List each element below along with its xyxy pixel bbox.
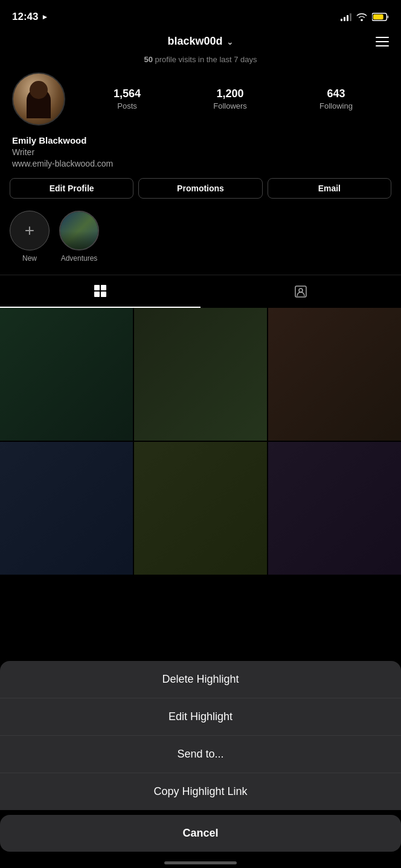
- new-highlight-circle: +: [10, 211, 50, 251]
- sheet-main-options: Delete Highlight Edit Highlight Send to.…: [0, 661, 401, 810]
- person-icon: [294, 284, 308, 299]
- highlights-row: + New Adventures: [0, 211, 401, 275]
- edit-highlight-text: Edit Highlight: [168, 710, 233, 723]
- cancel-item[interactable]: Cancel: [0, 815, 401, 852]
- following-label: Following: [319, 101, 353, 110]
- copy-link-text: Copy Highlight Link: [153, 785, 247, 798]
- posts-stat[interactable]: 1,564 Posts: [114, 88, 141, 110]
- bottom-sheet: Delete Highlight Edit Highlight Send to.…: [0, 661, 401, 868]
- overlay: [0, 308, 401, 575]
- posts-label: Posts: [117, 101, 137, 110]
- svg-rect-1: [387, 16, 389, 19]
- adventures-highlight-label: Adventures: [61, 254, 98, 263]
- highlight-new[interactable]: + New: [10, 211, 50, 263]
- followers-count: 1,200: [217, 88, 244, 100]
- adventures-thumbnail: [60, 212, 98, 249]
- following-stat[interactable]: 643 Following: [319, 88, 353, 110]
- username: blackw00d: [167, 35, 222, 48]
- posts-count: 1,564: [114, 88, 141, 100]
- grid-icon: [93, 284, 107, 298]
- profile-visits: 50 profile visits in the last 7 days: [0, 53, 401, 72]
- send-to-text: Send to...: [177, 748, 223, 761]
- signal-bar-3: [347, 15, 348, 21]
- bio-name: Emily Blackwood: [12, 135, 389, 145]
- highlight-adventures[interactable]: Adventures: [59, 211, 99, 263]
- svg-rect-4: [101, 285, 106, 290]
- svg-rect-6: [101, 292, 106, 297]
- time-display: 12:43: [12, 11, 38, 23]
- battery-icon: [372, 13, 389, 21]
- followers-stat[interactable]: 1,200 Followers: [213, 88, 247, 110]
- tab-bar: [0, 275, 401, 308]
- signal-bar-1: [341, 19, 342, 21]
- edit-highlight-item[interactable]: Edit Highlight: [0, 698, 401, 736]
- avatar-image: [13, 74, 64, 124]
- svg-rect-2: [373, 14, 383, 19]
- photo-grid: [0, 308, 401, 575]
- email-button[interactable]: Email: [268, 178, 391, 199]
- copy-link-item[interactable]: Copy Highlight Link: [0, 773, 401, 810]
- tab-grid[interactable]: [0, 275, 200, 308]
- menu-line-3: [376, 45, 389, 46]
- following-count: 643: [327, 88, 345, 100]
- new-highlight-label: New: [22, 254, 37, 263]
- followers-label: Followers: [213, 101, 247, 110]
- bio-section: Emily Blackwood Writer www.emily-blackwo…: [0, 135, 401, 178]
- menu-button[interactable]: [376, 37, 389, 46]
- bio-job: Writer: [12, 147, 389, 157]
- home-indicator: [0, 857, 401, 868]
- home-bar: [164, 861, 237, 864]
- chevron-down-icon: ⌄: [226, 37, 234, 46]
- delete-highlight-text: Delete Highlight: [162, 673, 239, 686]
- delete-highlight-item[interactable]: Delete Highlight: [0, 661, 401, 698]
- location-icon: ►: [41, 13, 48, 21]
- cancel-text: Cancel: [182, 827, 218, 840]
- menu-line-1: [376, 37, 389, 38]
- svg-rect-5: [94, 292, 100, 297]
- edit-profile-button[interactable]: Edit Profile: [10, 178, 133, 199]
- action-buttons: Edit Profile Promotions Email: [0, 178, 401, 211]
- promotions-button[interactable]: Promotions: [138, 178, 262, 199]
- visits-text: profile visits in the last 7 days: [153, 55, 257, 64]
- avatar[interactable]: [12, 72, 65, 126]
- signal-bar-2: [344, 17, 345, 21]
- send-to-item[interactable]: Send to...: [0, 736, 401, 773]
- status-icons: [341, 13, 389, 21]
- wifi-icon: [356, 13, 367, 21]
- adventures-highlight-circle: [59, 211, 99, 251]
- signal-bars: [341, 13, 351, 21]
- status-time: 12:43 ►: [12, 11, 48, 23]
- profile-info: 1,564 Posts 1,200 Followers 643 Followin…: [0, 72, 401, 135]
- profile-header: blackw00d ⌄: [0, 30, 401, 53]
- menu-line-2: [376, 41, 389, 42]
- username-container[interactable]: blackw00d ⌄: [167, 35, 233, 48]
- visits-count: 50: [144, 55, 152, 64]
- plus-icon: +: [25, 222, 34, 239]
- svg-point-8: [299, 289, 303, 292]
- svg-rect-3: [94, 285, 100, 290]
- sheet-cancel-section: Cancel: [0, 815, 401, 852]
- status-bar: 12:43 ►: [0, 0, 401, 30]
- tab-tagged[interactable]: [200, 275, 401, 308]
- signal-bar-4: [350, 13, 351, 21]
- bio-link[interactable]: www.emily-blackwood.com: [12, 159, 389, 168]
- stats-row: 1,564 Posts 1,200 Followers 643 Followin…: [77, 88, 389, 110]
